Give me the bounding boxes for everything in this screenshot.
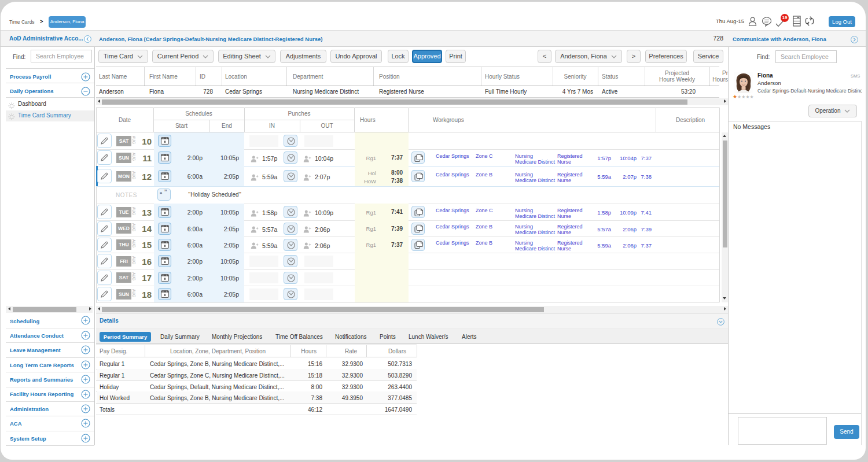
svg-text:“: “ bbox=[160, 190, 162, 199]
svg-text:”: ” bbox=[164, 190, 167, 197]
